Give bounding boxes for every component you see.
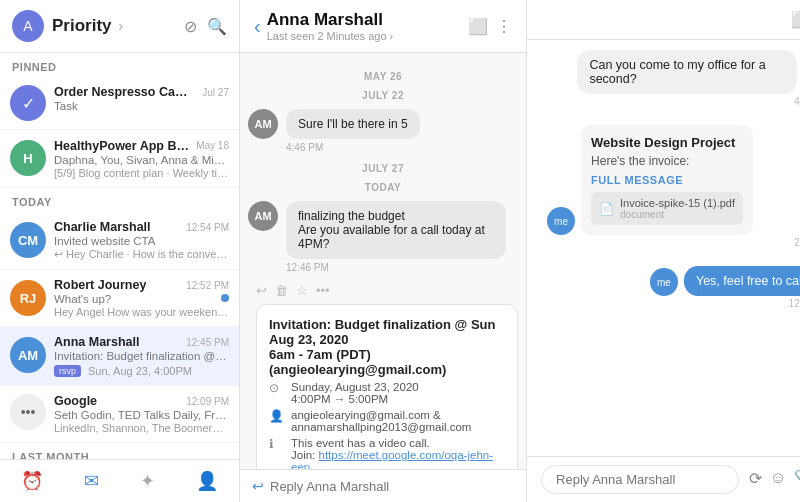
- more-icon[interactable]: ⋮: [496, 17, 512, 36]
- left-header-avatar: A: [12, 10, 44, 42]
- mid-title: Anna Marshall: [267, 10, 468, 30]
- date-divider: MAY 26: [248, 71, 518, 82]
- invite-guests: angieolearying@gmail.com &annamarshallpi…: [291, 409, 471, 433]
- right-reply-input[interactable]: [541, 465, 739, 494]
- search-icon[interactable]: 🔍: [207, 17, 227, 36]
- more-icon[interactable]: •••: [316, 283, 330, 298]
- item-name: Google: [54, 394, 97, 408]
- right-header: ⬜ ⋮: [527, 0, 800, 40]
- bottom-nav-messages[interactable]: ✉: [76, 468, 107, 494]
- msg-avatar: AM: [248, 109, 278, 139]
- mid-reply: ↩: [240, 469, 526, 502]
- section-lastmonth-label: LAST MONTH: [0, 443, 239, 459]
- item-name: HealthyPower App Blog 📝: [54, 138, 192, 153]
- mid-panel: ‹ Anna Marshall Last seen 2 Minutes ago …: [240, 0, 527, 502]
- item-sub: Seth Godin, TED Talks Daily, Fred Wilson…: [54, 409, 229, 421]
- bottom-nav-stars[interactable]: ✦: [132, 468, 163, 494]
- avatar: CM: [10, 222, 46, 258]
- invite-title: Invitation: Budget finalization @ Sun Au…: [269, 317, 505, 377]
- right-message: Yes, feel free to call me me: [644, 266, 800, 296]
- item-name: Robert Journey: [54, 278, 146, 292]
- avatar: H: [10, 140, 46, 176]
- filter-icon[interactable]: ⊘: [184, 17, 197, 36]
- msg-time: 4:46 PM: [286, 142, 420, 153]
- item-name: Charlie Marshall: [54, 220, 151, 234]
- bottom-nav: ⏰ ✉ ✦ 👤: [0, 459, 239, 502]
- reply-icon: ↩: [252, 478, 264, 494]
- msg-actions: ↩ 🗑 ☆ •••: [256, 283, 518, 298]
- page-title: Priority ›: [52, 16, 184, 36]
- video-icon: ℹ: [269, 437, 285, 451]
- right-messages: Can you come to my office for a second? …: [527, 40, 800, 456]
- avatar: ✓: [10, 85, 46, 121]
- section-pinned-label: PINNED: [0, 53, 239, 77]
- section-today-label: TODAY: [0, 188, 239, 212]
- reply-icon[interactable]: ↩: [256, 283, 267, 298]
- back-button[interactable]: ‹: [254, 15, 261, 38]
- list-item[interactable]: ••• Google 12:09 PM Seth Godin, TED Talk…: [0, 386, 239, 443]
- date-divider: JULY 27: [248, 163, 518, 174]
- avatar: AM: [10, 337, 46, 373]
- card-file: 📄 Invoice-spike-15 (1).pdf document: [591, 192, 743, 225]
- delete-icon[interactable]: 🗑: [275, 283, 288, 298]
- invite-row-date: ⊙ Sunday, August 23, 20204:00PM → 5:00PM: [269, 381, 505, 405]
- item-sub: Task: [54, 100, 229, 112]
- msg-time: 4:48 PM: [794, 96, 800, 107]
- invite-date: Sunday, August 23, 20204:00PM → 5:00PM: [291, 381, 419, 405]
- reply-input[interactable]: [270, 479, 514, 494]
- rsvp-badge: rsvp: [54, 365, 81, 377]
- attachment-icon[interactable]: 📎: [794, 469, 800, 491]
- right-reply: ⟳ ☺ 📎 ➤: [527, 456, 800, 502]
- msg-time: 2:09 PM: [794, 237, 800, 248]
- list-item[interactable]: H HealthyPower App Blog 📝 May 18 Daphna,…: [0, 130, 239, 188]
- card-text: Here's the invoice:: [591, 154, 743, 168]
- card-full-message-link[interactable]: FULL MESSAGE: [591, 174, 743, 186]
- item-sub: Daphna, You, Sivan, Anna & Miriam: [54, 154, 229, 166]
- invite-card: Invitation: Budget finalization @ Sun Au…: [256, 304, 518, 469]
- item-preview: Sun, Aug 23, 4:00PM: [88, 365, 192, 377]
- list-item[interactable]: ✓ Order Nespresso Capsules Jul 27 Task: [0, 77, 239, 130]
- bottom-nav-reminders[interactable]: ⏰: [13, 468, 51, 494]
- item-time: 12:45 PM: [186, 337, 229, 348]
- website-design-card: Website Design Project Here's the invoic…: [581, 125, 753, 235]
- list-item[interactable]: AM Anna Marshall 12:45 PM Invitation: Bu…: [0, 327, 239, 386]
- item-time: 12:52 PM: [186, 280, 229, 291]
- loop-icon[interactable]: ⟳: [749, 469, 762, 491]
- msg-avatar: me: [650, 268, 678, 296]
- compose-square-icon[interactable]: ⬜: [791, 10, 800, 29]
- bottom-nav-contacts[interactable]: 👤: [188, 468, 226, 494]
- msg-bubble: finalizing the budgetAre you available f…: [286, 201, 506, 259]
- item-time: Jul 27: [202, 87, 229, 98]
- card-title: Website Design Project: [591, 135, 743, 150]
- item-preview: [5/9] Blog content plan · Weekly tip · C…: [54, 167, 229, 179]
- unread-badge: [221, 294, 229, 302]
- msg-avatar: AM: [248, 201, 278, 231]
- header-icons: ⊘ 🔍: [184, 17, 227, 36]
- item-time: May 18: [196, 140, 229, 151]
- item-time: 12:09 PM: [186, 396, 229, 407]
- emoji-icon[interactable]: ☺: [770, 469, 786, 491]
- list-item[interactable]: CM Charlie Marshall 12:54 PM Invited web…: [0, 212, 239, 270]
- left-panel: A Priority › ⊘ 🔍 PINNED ✓ Order Nespress…: [0, 0, 240, 502]
- mid-subtitle: Last seen 2 Minutes ago ›: [267, 30, 468, 42]
- item-sub: Invitation: Budget finalization @ Sun Au…: [54, 350, 229, 362]
- file-icon: 📄: [599, 202, 614, 216]
- item-preview: LinkedIn, Shannon, The Boomerang Team, G…: [54, 422, 229, 434]
- invite-row-guests: 👤 angieolearying@gmail.com &annamarshall…: [269, 409, 505, 433]
- avatar: RJ: [10, 280, 46, 316]
- invite-video: This event has a video call.Join: https:…: [291, 437, 505, 469]
- invite-row-video: ℹ This event has a video call.Join: http…: [269, 437, 505, 469]
- list-item[interactable]: RJ Robert Journey 12:52 PM What's up? He…: [0, 270, 239, 327]
- left-header: A Priority › ⊘ 🔍: [0, 0, 239, 53]
- right-panel: ⬜ ⋮ Can you come to my office for a seco…: [527, 0, 800, 502]
- msg-bubble: Yes, feel free to call me: [684, 266, 800, 296]
- item-sub: What's up?: [54, 293, 229, 305]
- star-icon[interactable]: ☆: [296, 283, 308, 298]
- compose-icon[interactable]: ⬜: [468, 17, 488, 36]
- list-section: PINNED ✓ Order Nespresso Capsules Jul 27…: [0, 53, 239, 459]
- invite-link[interactable]: https://meet.google.com/oqa-jehn-eep: [291, 449, 493, 469]
- item-preview: Hey Angel How was your weekend?: [54, 306, 229, 318]
- people-icon: 👤: [269, 409, 285, 423]
- avatar: •••: [10, 394, 46, 430]
- item-preview: ↩ Hey Charlie · How is the conversion wi…: [54, 248, 229, 261]
